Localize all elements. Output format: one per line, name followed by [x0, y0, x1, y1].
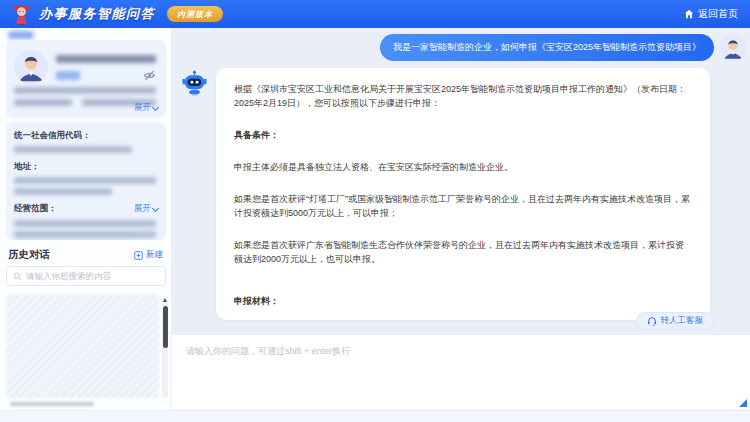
history-search: [6, 266, 166, 286]
company-avatar: [14, 50, 48, 84]
history-scrollbar[interactable]: [162, 296, 168, 398]
address-value-blurred: [14, 188, 112, 195]
history-title: 历史对话: [8, 248, 50, 262]
expand-label: 展开: [134, 203, 151, 215]
new-chat-button[interactable]: 新建: [134, 249, 163, 261]
company-name-blurred: [56, 55, 156, 63]
sidebar: 展开 统一社会信用代码： 地址： 经营范围： 展开 历史对话: [0, 28, 172, 410]
bot-paragraph: 如果您是首次获评广东省智能制造生态合作伙伴荣誉称号的企业，且在过去两年内有实施技…: [234, 238, 692, 266]
new-chat-label: 新建: [146, 249, 163, 261]
scroll-up-icon[interactable]: [163, 298, 167, 302]
transfer-to-agent-button[interactable]: 转人工客服: [636, 312, 715, 330]
company-detail-blurred: [14, 99, 72, 106]
company-badge-blurred: [56, 71, 80, 80]
bot-paragraph: 申报主体必须是具备独立法人资格、在宝安区实际经营的制造业企业。: [234, 160, 692, 174]
expand-label: 展开: [134, 102, 151, 114]
beta-badge: 内测版本: [167, 6, 223, 22]
sidebar-footer-blurred: [10, 402, 94, 406]
new-chat-icon: [134, 251, 143, 260]
scope-expand-link[interactable]: 展开: [134, 203, 158, 215]
bot-section-heading: 申报材料：: [234, 294, 692, 308]
person-icon: [14, 50, 48, 84]
home-button[interactable]: 返回首页: [684, 7, 738, 21]
address-label: 地址：: [14, 161, 158, 173]
search-input[interactable]: [26, 271, 159, 281]
address-value-blurred: [14, 177, 156, 184]
credit-code-value-blurred: [14, 146, 132, 153]
user-message-bubble: 我是一家智能制造的企业，如何申报《宝安区2025年智能制造示范资助项目》: [380, 34, 714, 61]
app-header: 办事服务智能问答 内测版本 返回首页: [0, 0, 750, 28]
bot-message-bubble: 根据《深圳市宝安区工业和信息化局关于开展宝安区2025年智能制造示范资助项目申报…: [216, 68, 710, 320]
chevron-down-icon: [152, 204, 159, 211]
transfer-label: 转人工客服: [661, 315, 704, 327]
headset-icon: [647, 316, 657, 326]
bot-paragraph: 如果您是首次获评“灯塔工厂”或国家级智能制造示范工厂荣誉称号的企业，且在过去两年…: [234, 192, 692, 220]
chevron-down-icon: [152, 103, 159, 110]
scope-value-blurred: [14, 220, 156, 227]
hide-info-icon[interactable]: [143, 69, 156, 82]
bot-paragraph: 根据《深圳市宝安区工业和信息化局关于开展宝安区2025年智能制造示范资助项目申报…: [234, 82, 692, 110]
company-card: 展开: [6, 40, 166, 118]
company-expand-link[interactable]: 展开: [134, 102, 158, 114]
message-input[interactable]: [172, 335, 750, 410]
home-label: 返回首页: [698, 7, 738, 21]
company-detail-blurred: [14, 87, 156, 94]
user-message-row: 我是一家智能制造的企业，如何申报《宝安区2025年智能制造示范资助项目》: [380, 34, 746, 61]
scope-value-blurred: [14, 231, 156, 238]
company-info-card: 统一社会信用代码： 地址： 经营范围： 展开: [6, 122, 166, 240]
page-title: 办事服务智能问答: [39, 5, 155, 23]
history-list-blurred[interactable]: [6, 294, 159, 398]
credit-code-label: 统一社会信用代码：: [14, 130, 158, 142]
bottom-strip: [0, 410, 750, 422]
home-icon: [684, 9, 694, 19]
user-avatar: [720, 35, 746, 61]
message-composer: [172, 334, 750, 410]
bot-section-heading: 具备条件：: [234, 128, 692, 142]
scope-label: 经营范围：: [14, 203, 57, 215]
scrollbar-thumb[interactable]: [163, 306, 168, 348]
chat-area: 我是一家智能制造的企业，如何申报《宝安区2025年智能制造示范资助项目》 根据《…: [172, 28, 750, 410]
search-icon: [13, 272, 22, 281]
robot-avatar-icon: [182, 70, 207, 96]
mascot-icon: [12, 3, 31, 26]
person-icon: [720, 35, 746, 61]
resize-handle[interactable]: [739, 399, 747, 407]
bot-message-row: 根据《深圳市宝安区工业和信息化局关于开展宝安区2025年智能制造示范资助项目申报…: [182, 68, 710, 320]
sidebar-tag-blurred: [8, 31, 34, 39]
